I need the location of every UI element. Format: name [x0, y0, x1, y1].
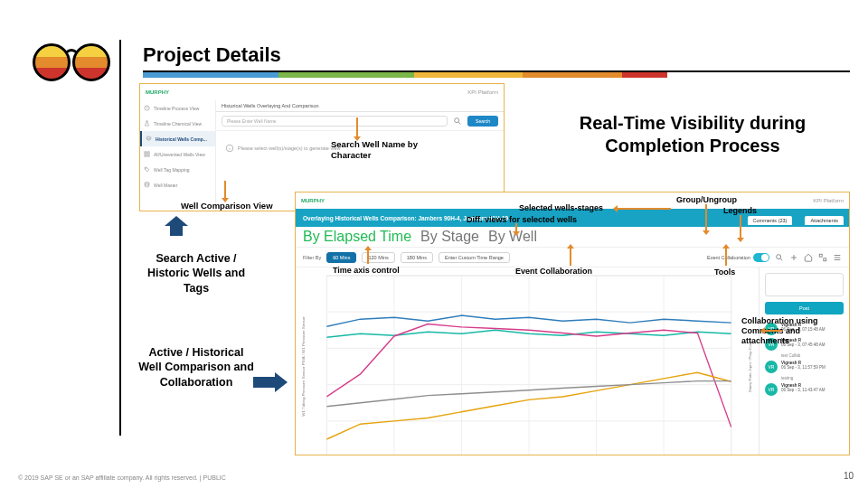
chart-title: Overlaying Historical Wells Comparison: …: [303, 215, 508, 221]
vertical-divider: [119, 40, 121, 436]
sidebar-item[interactable]: All/Unevented Wells View: [140, 146, 215, 162]
view-mode[interactable]: By Stage: [420, 229, 479, 245]
brand-bar-2: [278, 72, 414, 78]
arrow-up-icon: [159, 216, 193, 236]
callout-arrow-icon: [705, 204, 707, 231]
svg-rect-4: [147, 155, 149, 156]
svg-text:W1 Tubing Pressure Sensor PSIA: W1 Tubing Pressure Sensor PSIA / W1 Pres…: [301, 316, 306, 417]
event-collab-toggle[interactable]: [753, 253, 769, 262]
tab-comments[interactable]: Comments (23): [748, 216, 793, 225]
svg-point-6: [145, 183, 149, 184]
sidebar-item[interactable]: Timeline Chemical View: [140, 116, 215, 131]
callout-arrow-icon: [725, 248, 727, 266]
filter-180[interactable]: 180 Mins: [401, 252, 433, 263]
callout-search-well: Search Well Name byCharacter: [331, 139, 418, 161]
plus-icon[interactable]: [789, 253, 798, 262]
post-button[interactable]: Post: [765, 302, 844, 314]
clock-icon: [144, 105, 150, 111]
group-icon[interactable]: [818, 253, 827, 262]
svg-rect-11: [824, 258, 826, 260]
filter-60[interactable]: 60 Mins: [326, 252, 356, 263]
callout-arrow-icon: [224, 181, 226, 199]
app-brand: MURPHY: [301, 198, 325, 203]
svg-rect-2: [147, 152, 149, 154]
page-title: Project Details: [143, 43, 281, 67]
brand-bar-1: [143, 72, 278, 78]
search-input[interactable]: Please Enter Well Name: [222, 116, 448, 127]
view-tab: Historical Wells Overlaying And Comparis…: [216, 100, 504, 112]
event-collab-label: Event Collaboration: [707, 255, 750, 260]
svg-text:Slurry Rate, bpm / Prop Conc: Slurry Rate, bpm / Prop Conc: [748, 341, 752, 392]
layers-icon: [146, 136, 152, 142]
svg-point-5: [146, 168, 146, 169]
svg-rect-3: [145, 155, 146, 156]
brand-bar-4: [523, 72, 622, 78]
callout-arrow-icon: [356, 117, 358, 137]
comment-item: Vignesh R06 Sep - 3, 11:57:59 PM: [781, 361, 844, 373]
overlay-chart: W1 Tubing Pressure Sensor PSIA / W1 Pres…: [296, 267, 759, 455]
screenshot-comparison-view: MURPHY KPI Platform Overlaying Historica…: [295, 192, 850, 455]
comment-input[interactable]: [765, 273, 844, 296]
avatar: VR: [765, 383, 778, 396]
sidebar-item[interactable]: Timeline Process View: [140, 100, 215, 116]
app-brand: MURPHY: [146, 89, 169, 95]
sidebar-item[interactable]: Well Tag Mapping: [140, 162, 215, 177]
callout-arrow-icon: [570, 248, 571, 266]
callout-arrow-icon: [515, 223, 517, 232]
caption-comparison: Active / Historical Well Comparison and …: [137, 345, 255, 389]
tag-icon: [144, 166, 150, 173]
svg-rect-10: [819, 254, 822, 257]
page-number: 10: [844, 471, 854, 481]
caption-search: Search Active / Historic Wells and Tags: [137, 251, 255, 296]
avatar: VR: [765, 361, 778, 373]
sidebar: Timeline Process View Timeline Chemical …: [140, 100, 216, 211]
callout-arrow-icon: [617, 208, 671, 210]
callout-arrow-icon: [740, 215, 741, 239]
section-heading: Real-Time Visibility during Completion P…: [539, 112, 846, 157]
callout-arrow-icon: [764, 330, 782, 332]
info-icon: [225, 144, 234, 153]
search-button[interactable]: Search: [467, 116, 498, 127]
tab-attachments[interactable]: Attachments: [805, 216, 844, 225]
svg-point-7: [455, 118, 459, 123]
search-icon[interactable]: [775, 253, 784, 262]
svg-point-9: [777, 254, 781, 258]
arrow-right-icon: [253, 372, 289, 392]
comment-item: Vignesh R06 Sep - 3, 07:45:48 AM: [781, 338, 844, 351]
flask-icon: [144, 120, 150, 127]
view-mode[interactable]: By Elapsed Time: [303, 229, 411, 245]
sidebar-item-historical[interactable]: Historical Wells Comp...: [140, 131, 215, 146]
comments-panel: Post VR Vignesh R06 Sep - 3, 07:15:48 AM…: [759, 267, 849, 455]
brand-bar-5: [622, 72, 667, 78]
view-header: Overlaying Historical Wells Comparison: …: [296, 209, 849, 227]
search-icon[interactable]: [453, 117, 462, 126]
database-icon: [144, 182, 150, 188]
sidebar-item[interactable]: Well Master: [140, 177, 215, 192]
app-subtitle: KPI Platform: [467, 89, 498, 95]
callout-arrow-icon: [367, 249, 369, 264]
filter-custom[interactable]: Enter Custom Time Range: [439, 252, 510, 263]
brand-bar-3: [414, 72, 523, 78]
grid-icon: [144, 151, 150, 157]
filter-label: Filter By: [303, 255, 321, 260]
avatar: VR: [765, 338, 778, 351]
app-subtitle: KPI Platform: [813, 198, 844, 203]
binoculars-icon: [33, 43, 110, 83]
footer-copyright: © 2019 SAP SE or an SAP affiliate compan…: [18, 474, 226, 481]
comment-item: Vignesh R06 Sep - 3, 07:15:48 AM: [781, 323, 844, 335]
avatar: VR: [765, 323, 778, 335]
home-icon[interactable]: [804, 253, 813, 262]
svg-rect-1: [145, 152, 146, 154]
comment-item: Vignesh R06 Sep - 3, 11:43:47 AM: [781, 383, 844, 396]
legend-icon[interactable]: [833, 253, 842, 262]
